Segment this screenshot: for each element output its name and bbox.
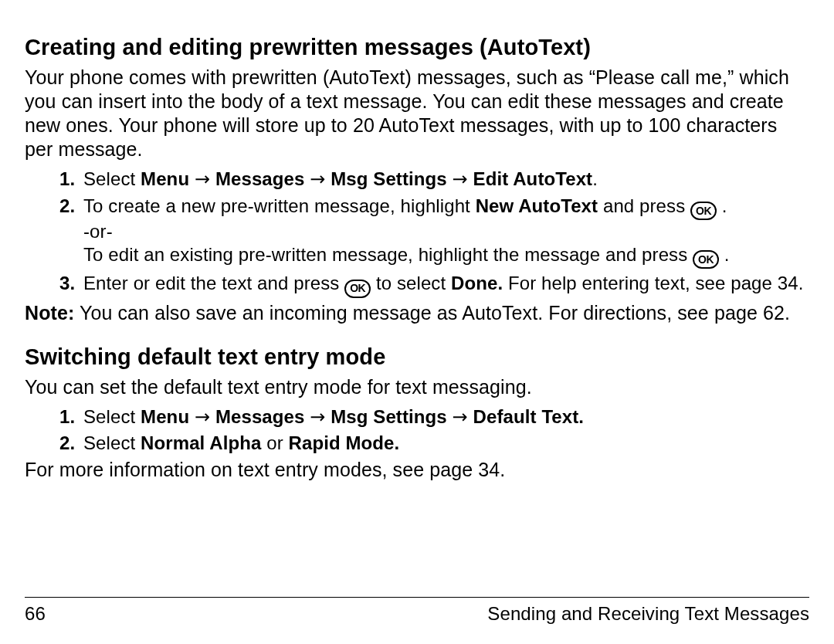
done-label: Done. <box>451 273 503 293</box>
period: . <box>592 168 598 189</box>
menu-label: Menu <box>141 168 189 189</box>
menu-label: Menu <box>141 406 189 427</box>
normal-alpha-label: Normal Alpha <box>141 432 261 453</box>
msg-settings-label: Msg Settings <box>331 406 447 427</box>
step3-mid: to select <box>376 273 451 293</box>
step-1: Select Menu → Messages → Msg Settings → … <box>80 168 809 192</box>
step2-or: -or- <box>83 221 113 242</box>
default-text-label: Default Text. <box>473 406 585 427</box>
step2-lead: Select <box>83 432 141 453</box>
rapid-mode-label: Rapid Mode. <box>289 432 400 453</box>
new-autotext-label: New AutoText <box>476 195 598 216</box>
arrow-icon: → <box>310 406 325 428</box>
messages-label: Messages <box>215 168 305 189</box>
step2-period1: . <box>717 195 727 216</box>
note-text: You can also save an incoming message as… <box>74 302 790 324</box>
step2-post-new: and press <box>598 195 690 216</box>
step-2: Select Normal Alpha or Rapid Mode. <box>80 432 809 455</box>
arrow-icon: → <box>453 406 468 428</box>
messages-label: Messages <box>215 406 305 427</box>
steps-autotext: Select Menu → Messages → Msg Settings → … <box>25 168 809 298</box>
step-3: Enter or edit the text and press OK to s… <box>80 272 809 298</box>
step1-lead: Select <box>83 406 141 427</box>
note-autotext: Note: You can also save an incoming mess… <box>25 301 809 325</box>
msg-settings-label: Msg Settings <box>331 168 447 189</box>
edit-autotext-label: Edit AutoText <box>473 168 593 189</box>
intro-autotext: Your phone comes with prewritten (AutoTe… <box>25 66 809 161</box>
step3-post: For help entering text, see page 34. <box>503 273 803 293</box>
arrow-icon: → <box>195 168 210 190</box>
step2-or: or <box>261 432 288 453</box>
heading-autotext: Creating and editing prewritten messages… <box>25 34 809 61</box>
ok-key-icon: OK <box>344 280 371 298</box>
step3-pre: Enter or edit the text and press <box>83 273 344 293</box>
arrow-icon: → <box>453 168 468 190</box>
closing-text-entry-mode: For more information on text entry modes… <box>25 458 809 482</box>
step-1: Select Menu → Messages → Msg Settings → … <box>80 405 809 429</box>
steps-text-entry-mode: Select Menu → Messages → Msg Settings → … <box>25 405 809 456</box>
page-number: 66 <box>25 602 46 625</box>
intro-text-entry-mode: You can set the default text entry mode … <box>25 375 809 399</box>
step2-edit-line: To edit an existing pre-written message,… <box>83 244 693 265</box>
step2-pre: To create a new pre-written message, hig… <box>83 195 476 216</box>
ok-key-icon: OK <box>693 250 719 269</box>
footer-rule <box>25 597 809 598</box>
ok-key-icon: OK <box>690 202 717 220</box>
footer-title: Sending and Receiving Text Messages <box>487 602 809 625</box>
arrow-icon: → <box>310 168 325 190</box>
arrow-icon: → <box>195 406 210 428</box>
step2-period2: . <box>719 244 730 265</box>
step1-lead: Select <box>83 168 141 189</box>
page-footer: 66 Sending and Receiving Text Messages <box>25 597 809 625</box>
note-label: Note: <box>25 302 74 324</box>
step-2: To create a new pre-written message, hig… <box>80 195 809 269</box>
heading-text-entry-mode: Switching default text entry mode <box>25 344 809 371</box>
